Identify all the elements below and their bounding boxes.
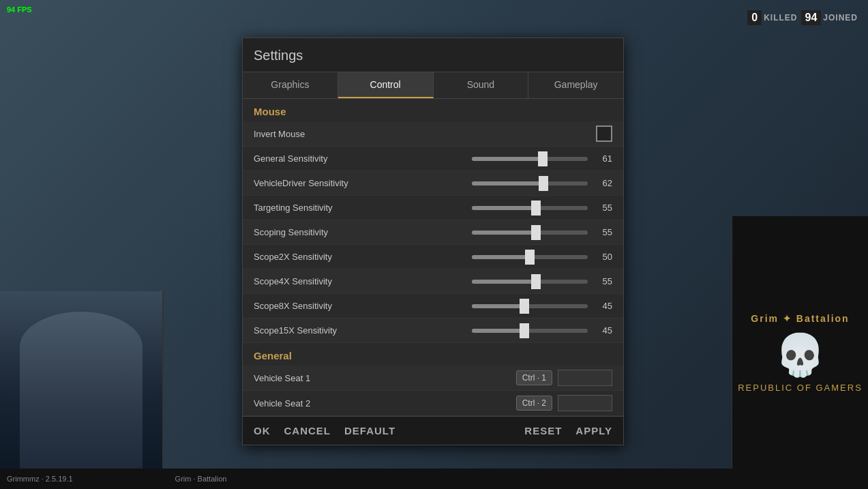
version-text: Grimmmz · 2.5.19.1	[7, 475, 73, 483]
targeting-sensitivity-fill	[472, 206, 536, 210]
general-sensitivity-label: General Sensitivity	[254, 153, 417, 164]
apply-button[interactable]: APPLY	[575, 425, 612, 436]
joined-label: JOINED	[823, 13, 858, 23]
settings-dialog: Settings Graphics Control Sound Gameplay…	[242, 38, 624, 445]
scope15x-sensitivity-control: 45	[417, 325, 612, 336]
scope2x-sensitivity-thumb[interactable]	[525, 250, 535, 265]
vehicle-seat-1-box[interactable]	[558, 370, 612, 386]
killed-stat: 0 KILLED	[747, 10, 797, 25]
scope2x-sensitivity-label: Scope2X Sensitivity	[254, 252, 417, 262]
tab-label: Grim · Battalion	[175, 475, 227, 483]
vehicle-seat-2-box[interactable]	[558, 395, 612, 411]
tab-control[interactable]: Control	[338, 72, 434, 98]
scope2x-sensitivity-control: 50	[417, 252, 612, 262]
scope4x-sensitivity-value: 55	[593, 276, 612, 286]
tab-graphics[interactable]: Graphics	[243, 72, 338, 98]
vehicle-seat-2-control: Ctrl · 2	[417, 395, 612, 411]
grim-battalion-panel: Grim ✦ Battalion 💀 REPUBLIC OF GAMERS	[732, 216, 868, 489]
footer-left-buttons: OK CANCEL DEFAULT	[254, 425, 395, 436]
mouse-section-header: Mouse	[243, 99, 623, 121]
scope4x-sensitivity-row: Scope4X Sensitivity 55	[243, 269, 623, 294]
scope2x-sensitivity-track[interactable]	[472, 255, 588, 259]
scope4x-sensitivity-fill	[472, 280, 536, 284]
bottom-taskbar: Grimmmz · 2.5.19.1 Grim · Battalion	[0, 469, 868, 489]
general-sensitivity-thumb[interactable]	[538, 151, 548, 166]
targeting-sensitivity-control: 55	[417, 203, 612, 213]
general-sensitivity-value: 61	[593, 153, 612, 164]
scoping-sensitivity-track[interactable]	[472, 231, 588, 235]
webcam-overlay	[0, 291, 164, 489]
invert-mouse-label: Invert Mouse	[254, 129, 417, 139]
targeting-sensitivity-row: Targeting Sensitivity 55	[243, 196, 623, 220]
scope8x-sensitivity-track[interactable]	[472, 304, 588, 308]
scoping-sensitivity-fill	[472, 231, 536, 235]
scope15x-sensitivity-thumb[interactable]	[520, 323, 529, 338]
scope8x-sensitivity-fill	[472, 304, 524, 308]
settings-tabs: Graphics Control Sound Gameplay	[243, 72, 623, 99]
scope8x-sensitivity-control: 45	[417, 301, 612, 311]
person-silhouette	[20, 312, 143, 489]
vehicledriver-sensitivity-thumb[interactable]	[539, 176, 548, 191]
fps-counter: 94 FPS	[7, 5, 32, 14]
joined-count: 94	[801, 10, 822, 25]
grim-battalion-title: Grim ✦ Battalion	[751, 313, 849, 324]
general-sensitivity-fill	[472, 157, 543, 161]
general-section-header: General	[243, 343, 623, 366]
rog-subtitle: REPUBLIC OF GAMERS	[738, 383, 863, 393]
scope2x-sensitivity-value: 50	[593, 252, 612, 262]
targeting-sensitivity-track[interactable]	[472, 206, 588, 210]
joined-stat: 94 JOINED	[801, 10, 858, 25]
vehicledriver-sensitivity-control: 62	[417, 178, 612, 188]
general-sensitivity-row: General Sensitivity 61	[243, 147, 623, 171]
settings-footer: OK CANCEL DEFAULT RESET APPLY	[243, 416, 623, 445]
scope15x-sensitivity-fill	[472, 329, 524, 333]
tab-gameplay[interactable]: Gameplay	[528, 72, 623, 98]
scope8x-sensitivity-row: Scope8X Sensitivity 45	[243, 294, 623, 318]
targeting-sensitivity-value: 55	[593, 203, 612, 213]
vehicle-seat-2-key[interactable]: Ctrl · 2	[516, 396, 552, 411]
scope4x-sensitivity-track[interactable]	[472, 280, 588, 284]
killed-label: KILLED	[764, 13, 797, 23]
killed-count: 0	[747, 10, 762, 25]
scope4x-sensitivity-thumb[interactable]	[531, 274, 541, 289]
invert-mouse-row: Invert Mouse	[243, 121, 623, 147]
top-stats: 0 KILLED 94 JOINED	[747, 10, 858, 25]
scoping-sensitivity-thumb[interactable]	[531, 225, 541, 240]
vehicle-seat-1-row: Vehicle Seat 1 Ctrl · 1	[243, 366, 623, 391]
invert-mouse-control	[417, 125, 612, 142]
general-sensitivity-control: 61	[417, 153, 612, 164]
scoping-sensitivity-control: 55	[417, 227, 612, 237]
reset-button[interactable]: RESET	[524, 425, 562, 436]
cancel-button[interactable]: CANCEL	[284, 425, 331, 436]
vehicledriver-sensitivity-track[interactable]	[472, 181, 588, 186]
targeting-sensitivity-label: Targeting Sensitivity	[254, 203, 417, 213]
tab-sound[interactable]: Sound	[434, 72, 529, 98]
scope15x-sensitivity-row: Scope15X Sensitivity 45	[243, 318, 623, 343]
scope8x-sensitivity-thumb[interactable]	[520, 299, 529, 314]
skull-icon: 💀	[775, 331, 826, 379]
vehicledriver-sensitivity-fill	[472, 181, 543, 186]
scope15x-sensitivity-track[interactable]	[472, 329, 588, 333]
scope2x-sensitivity-row: Scope2X Sensitivity 50	[243, 245, 623, 269]
scoping-sensitivity-value: 55	[593, 227, 612, 237]
targeting-sensitivity-thumb[interactable]	[531, 201, 541, 216]
scope4x-sensitivity-control: 55	[417, 276, 612, 286]
scope8x-sensitivity-label: Scope8X Sensitivity	[254, 301, 417, 311]
scope4x-sensitivity-label: Scope4X Sensitivity	[254, 276, 417, 286]
general-sensitivity-track[interactable]	[472, 157, 588, 161]
default-button[interactable]: DEFAULT	[344, 425, 395, 436]
scope15x-sensitivity-value: 45	[593, 325, 612, 336]
settings-content: Mouse Invert Mouse General Sensitivity 6…	[243, 99, 623, 416]
ok-button[interactable]: OK	[254, 425, 271, 436]
vehicledriver-sensitivity-row: VehicleDriver Sensitivity 62	[243, 171, 623, 196]
vehicledriver-sensitivity-value: 62	[593, 178, 612, 188]
settings-title: Settings	[243, 38, 623, 72]
scope2x-sensitivity-fill	[472, 255, 530, 259]
vehicle-seat-1-key[interactable]: Ctrl · 1	[516, 370, 552, 385]
vehicledriver-sensitivity-label: VehicleDriver Sensitivity	[254, 178, 417, 188]
vehicle-seat-1-label: Vehicle Seat 1	[254, 373, 417, 383]
webcam-feed	[0, 291, 162, 489]
invert-mouse-checkbox[interactable]	[596, 125, 612, 142]
scope8x-sensitivity-value: 45	[593, 301, 612, 311]
scope15x-sensitivity-label: Scope15X Sensitivity	[254, 325, 417, 336]
